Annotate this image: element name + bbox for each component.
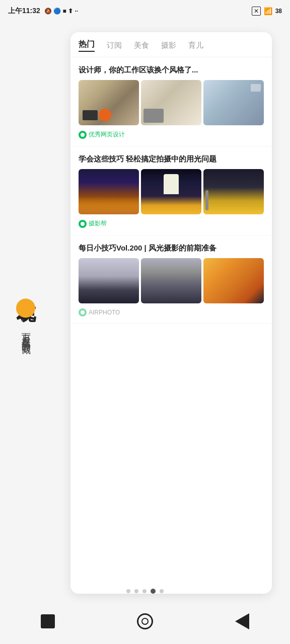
article-title: 学会这些技巧 轻松搞定拍摄中的用光问题 bbox=[79, 153, 264, 164]
nav-back-button[interactable] bbox=[235, 613, 249, 629]
wechat-icon bbox=[79, 308, 87, 316]
nav-recent-button[interactable] bbox=[41, 614, 55, 628]
accent-dot bbox=[16, 299, 35, 318]
pagination bbox=[126, 589, 164, 594]
pagination-dot bbox=[126, 589, 130, 593]
source-tag: 优秀网页设计 bbox=[79, 130, 264, 139]
nav-home-button[interactable] bbox=[137, 613, 153, 629]
source-tag: 摄影帮 bbox=[79, 219, 264, 228]
article-images bbox=[79, 80, 264, 125]
pagination-dot-active bbox=[151, 589, 156, 594]
source-name: 摄影帮 bbox=[89, 219, 107, 228]
recent-icon bbox=[41, 614, 55, 628]
article-item[interactable]: 设计师，你的工作区该换个风格了... 优秀网页设计 bbox=[70, 57, 272, 146]
pagination-dot bbox=[134, 589, 138, 593]
status-time: 上午11:32 🔕 🔵 ■ ⬆ ·· bbox=[8, 7, 78, 16]
x-icon: ✕ bbox=[252, 7, 261, 16]
article-list: 设计师，你的工作区该换个风格了... 优秀网页设计 学会这些技巧 轻松搞定拍摄中… bbox=[70, 57, 272, 591]
article-images bbox=[79, 258, 264, 303]
status-bar: 上午11:32 🔕 🔵 ■ ⬆ ·· ✕ 📶 38 bbox=[0, 0, 290, 22]
article-image bbox=[79, 258, 139, 303]
tab-subscribe[interactable]: 订阅 bbox=[107, 41, 122, 50]
article-image bbox=[203, 80, 264, 125]
article-images bbox=[79, 169, 264, 214]
tab-hot[interactable]: 热门 bbox=[79, 39, 95, 52]
status-right-icons: ✕ 📶 38 bbox=[252, 7, 282, 16]
tab-food[interactable]: 美食 bbox=[134, 41, 149, 50]
wechat-icon bbox=[79, 131, 87, 139]
article-image bbox=[79, 169, 139, 214]
sidebar-label: 发现 百万趣友最热的收藏 bbox=[15, 287, 36, 340]
notification-icons: 🔕 🔵 ■ ⬆ ·· bbox=[44, 8, 78, 15]
pagination-dot bbox=[142, 589, 147, 593]
article-image bbox=[141, 80, 201, 125]
article-item[interactable]: 每日小技巧Vol.200 | 风光摄影的前期准备 AIRPHOTO bbox=[70, 235, 272, 324]
tab-photo[interactable]: 摄影 bbox=[161, 41, 176, 50]
article-item[interactable]: 学会这些技巧 轻松搞定拍摄中的用光问题 摄影帮 bbox=[70, 146, 272, 235]
article-title: 每日小技巧Vol.200 | 风光摄影的前期准备 bbox=[79, 243, 264, 253]
battery-display: 38 bbox=[275, 8, 282, 15]
discover-title: 发现 bbox=[15, 287, 36, 291]
article-image bbox=[141, 169, 201, 214]
content-card: 热门 订阅 美食 摄影 育儿 设计师，你的工作区该换个风格了... 优秀网页设计 bbox=[70, 32, 272, 594]
navigation-bar bbox=[0, 604, 290, 644]
source-name: 优秀网页设计 bbox=[89, 130, 125, 139]
sidebar-subtitle: 百万趣友最热的收藏 bbox=[20, 326, 31, 340]
tab-bar: 热门 订阅 美食 摄影 育儿 bbox=[70, 32, 272, 57]
source-tag: AIRPHOTO bbox=[79, 308, 264, 316]
article-title: 设计师，你的工作区该换个风格了... bbox=[79, 64, 264, 75]
pagination-dot bbox=[160, 589, 164, 593]
article-image bbox=[203, 169, 264, 214]
article-image bbox=[79, 80, 139, 125]
source-name: AIRPHOTO bbox=[89, 309, 120, 316]
main-area: 发现 百万趣友最热的收藏 热门 订阅 美食 摄影 育儿 设计师，你的工作区该换个… bbox=[0, 22, 290, 604]
tab-parenting[interactable]: 育儿 bbox=[188, 41, 203, 50]
back-icon bbox=[235, 613, 249, 629]
article-image bbox=[203, 258, 264, 303]
home-icon bbox=[137, 613, 153, 629]
wifi-icon: 📶 bbox=[264, 7, 272, 15]
time-display: 上午11:32 bbox=[8, 7, 40, 16]
wechat-icon bbox=[79, 220, 87, 228]
article-image bbox=[141, 258, 201, 303]
